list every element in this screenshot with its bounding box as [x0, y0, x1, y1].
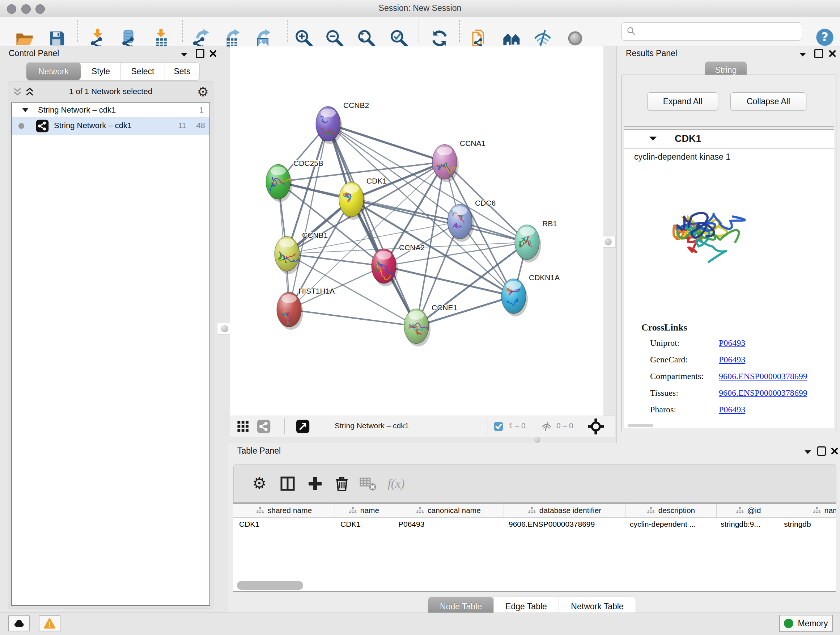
table-panel-menu-button[interactable]: [802, 447, 813, 458]
plus-icon: [306, 475, 324, 492]
show-columns-button[interactable]: [277, 473, 298, 494]
column-type-icon: [813, 507, 821, 515]
selected-checkbox-icon[interactable]: [493, 421, 504, 432]
column-type-icon: [528, 507, 536, 515]
results-panel-float-button[interactable]: [813, 48, 824, 59]
add-column-button[interactable]: [305, 473, 325, 494]
column-type-icon: [647, 507, 655, 515]
collapse-all-button[interactable]: Collapse All: [730, 92, 806, 111]
delete-column-button[interactable]: [332, 473, 352, 494]
node-CCNA2[interactable]: CCNA2: [371, 243, 425, 287]
external-link-icon: [296, 420, 309, 433]
table-panel-title: Table Panel: [237, 446, 281, 456]
grid-view-button[interactable]: [236, 420, 250, 433]
birdseye-view-button[interactable]: [587, 418, 604, 435]
svg-text:?: ?: [821, 30, 829, 44]
tab-select[interactable]: Select: [120, 63, 164, 80]
expand-all-button[interactable]: Expand All: [647, 92, 718, 111]
column-header-label: database identifier: [539, 506, 602, 515]
table-hscrollbar-thumb[interactable]: [237, 581, 303, 590]
column-header-label: @id: [747, 506, 761, 515]
column-header-description[interactable]: description: [625, 504, 717, 517]
protein-card-header[interactable]: CDK1: [624, 130, 834, 149]
crosslink-link[interactable]: P06493: [719, 355, 745, 364]
memory-button[interactable]: Memory: [779, 615, 833, 632]
network-edge-count: 48: [189, 121, 205, 130]
export-image-icon: [253, 29, 272, 48]
detach-view-button[interactable]: [295, 419, 310, 434]
open-session-icon: [15, 29, 34, 48]
document-share-icon: [470, 29, 489, 48]
node-CCNE1[interactable]: CCNE1: [404, 303, 457, 347]
network-view-toolbar: String Network – cdk1 1 – 0 0 – 0: [230, 416, 615, 437]
column-options-button[interactable]: ⚙: [249, 473, 270, 494]
caret-down-icon: [799, 52, 806, 57]
network-collection-row[interactable]: String Network – cdk1 1: [12, 103, 210, 117]
tab-network[interactable]: Network: [27, 63, 81, 80]
network-canvas[interactable]: CCNB2CCNA1CDC25BCDK1CDC6RB1CCNB1CCNA2CDK…: [230, 46, 603, 416]
memory-status-dot: [784, 619, 793, 628]
main-toolbar: ?: [0, 17, 840, 46]
column-header-label: namespace: [824, 506, 836, 515]
column-header-canonical-name[interactable]: canonical name: [393, 504, 504, 517]
search-input[interactable]: [638, 24, 802, 39]
table-panel-float-button[interactable]: [816, 446, 827, 456]
network-node-count: 11: [171, 121, 186, 130]
control-panel-menu-button[interactable]: [179, 49, 189, 60]
window-title: Session: New Session: [0, 3, 840, 13]
toolbar-separator: [77, 20, 78, 42]
node-label-RB1: RB1: [542, 219, 557, 228]
crosslink-link[interactable]: 9606.ENSP00000378699: [719, 388, 807, 398]
column-header-@id[interactable]: @id: [717, 504, 780, 517]
node-CDC6[interactable]: CDC6: [447, 199, 496, 242]
table-hscrollbar: [234, 581, 379, 590]
table-row[interactable]: CDK1CDK1P064939606.ENSP00000378699cyclin…: [233, 517, 836, 531]
node-HIST1H1A[interactable]: HIST1H1A: [277, 287, 335, 330]
edge-CCNB1-CCNA2: [287, 254, 384, 266]
table-panel-close-button[interactable]: [829, 446, 840, 456]
column-header-namespace[interactable]: namespace: [780, 504, 836, 517]
column-header-shared-name[interactable]: shared name: [233, 504, 335, 517]
protein-description: cyclin-dependent kinase 1: [634, 152, 730, 162]
node-label-CCNA1: CCNA1: [460, 139, 485, 147]
network-row[interactable]: String Network – cdk1 11 48: [12, 117, 210, 135]
crosslink-label: Tissues:: [650, 388, 678, 398]
help-button[interactable]: ?: [815, 27, 835, 48]
export-network-icon: [191, 29, 210, 48]
titlebar: Session: New Session: [0, 0, 840, 17]
network-list-options-button[interactable]: ⚙: [197, 84, 209, 100]
cloud-button[interactable]: [8, 616, 30, 631]
network-view-button[interactable]: [256, 419, 271, 434]
caret-down-icon: [181, 52, 187, 57]
column-header-label: canonical name: [428, 506, 481, 515]
tree-expander-icon[interactable]: [22, 108, 28, 112]
crosslink-link[interactable]: 9606.ENSP00000378699: [719, 371, 807, 381]
control-panel-close-button[interactable]: [208, 48, 218, 59]
close-icon: [829, 50, 836, 57]
edge-CDKN1A-CCNE1: [416, 296, 514, 326]
table-cell: CDK1: [233, 517, 335, 531]
crosshair-icon: [588, 418, 604, 434]
crosslink-link[interactable]: P06493: [719, 338, 745, 348]
results-panel-close-button[interactable]: [827, 48, 838, 59]
crosslink-link[interactable]: P06493: [719, 405, 745, 415]
warnings-button[interactable]: [39, 616, 60, 631]
svg-text:⚙: ⚙: [252, 475, 266, 492]
node-CDKN1A[interactable]: CDKN1A: [501, 273, 560, 317]
houses-icon: [502, 29, 522, 48]
node-label-CDC25B: CDC25B: [294, 159, 324, 167]
column-header-name[interactable]: name: [335, 504, 393, 517]
results-panel-menu-button[interactable]: [797, 49, 808, 60]
control-panel-title: Control Panel: [9, 49, 59, 58]
tab-style[interactable]: Style: [81, 63, 120, 80]
export-table-icon: [222, 29, 241, 48]
control-panel-float-button[interactable]: [195, 48, 205, 59]
horizontal-splitter-handle[interactable]: [534, 437, 540, 443]
results-scrollbar-thumb[interactable]: [628, 424, 653, 427]
column-header-database-identifier[interactable]: database identifier: [504, 504, 625, 517]
node-RB1[interactable]: RB1: [515, 219, 557, 263]
network-icon: [36, 119, 49, 133]
network-tab-content: 1 of 1 Network selected ⚙ String Network…: [8, 81, 213, 609]
node-label-CCNE1: CCNE1: [431, 303, 457, 312]
tab-sets[interactable]: Sets: [164, 63, 199, 80]
